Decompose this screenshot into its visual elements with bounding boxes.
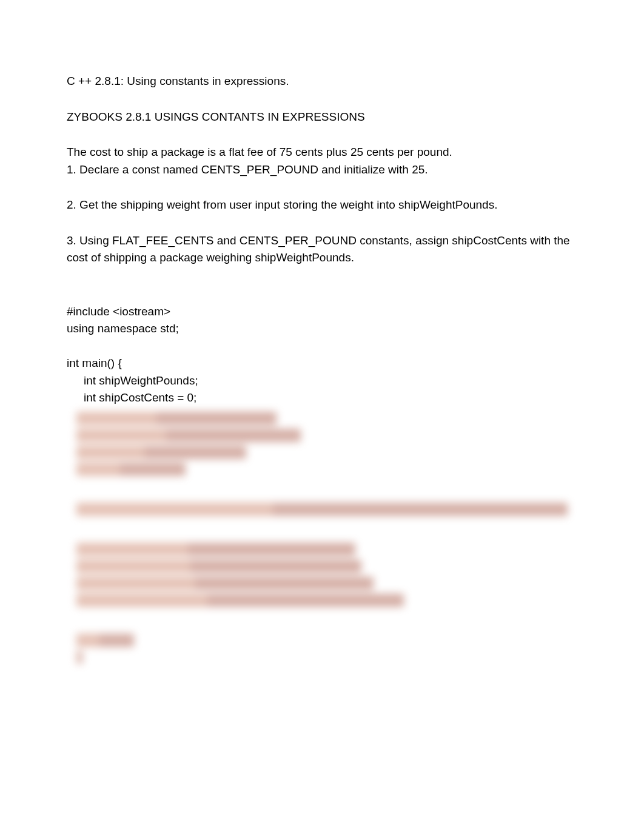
- code-blank-1: [67, 338, 577, 355]
- code-var-cost: int shipCostCents = 0;: [67, 389, 577, 407]
- blur-group-2: [67, 503, 577, 516]
- step-3-line-1: 3. Using FLAT_FEE_CENTS and CENTS_PER_PO…: [67, 232, 577, 250]
- code-var-weight: int shipWeightPounds;: [67, 372, 577, 390]
- subtitle: ZYBOOKS 2.8.1 USINGS CONTANTS IN EXPRESS…: [67, 109, 577, 126]
- step-3: 3. Using FLAT_FEE_CENTS and CENTS_PER_PO…: [67, 232, 577, 267]
- code-block: #include <iostream> using namespace std;…: [67, 303, 577, 407]
- page-title: C ++ 2.8.1: Using constants in expressio…: [67, 73, 577, 90]
- intro-line-2: 1. Declare a const named CENTS_PER_POUND…: [67, 161, 577, 179]
- blur-group-3: [67, 543, 577, 607]
- code-include: #include <iostream>: [67, 303, 577, 321]
- blurred-content: [67, 412, 577, 664]
- step-3-line-2: cost of shipping a package weighing ship…: [67, 249, 577, 267]
- code-using: using namespace std;: [67, 320, 577, 338]
- blur-group-4: [67, 634, 577, 664]
- step-2: 2. Get the shipping weight from user inp…: [67, 196, 577, 214]
- intro-line-1: The cost to ship a package is a flat fee…: [67, 144, 577, 161]
- intro-paragraph: The cost to ship a package is a flat fee…: [67, 144, 577, 178]
- code-main: int main() {: [67, 355, 577, 372]
- blur-group-1: [67, 412, 577, 476]
